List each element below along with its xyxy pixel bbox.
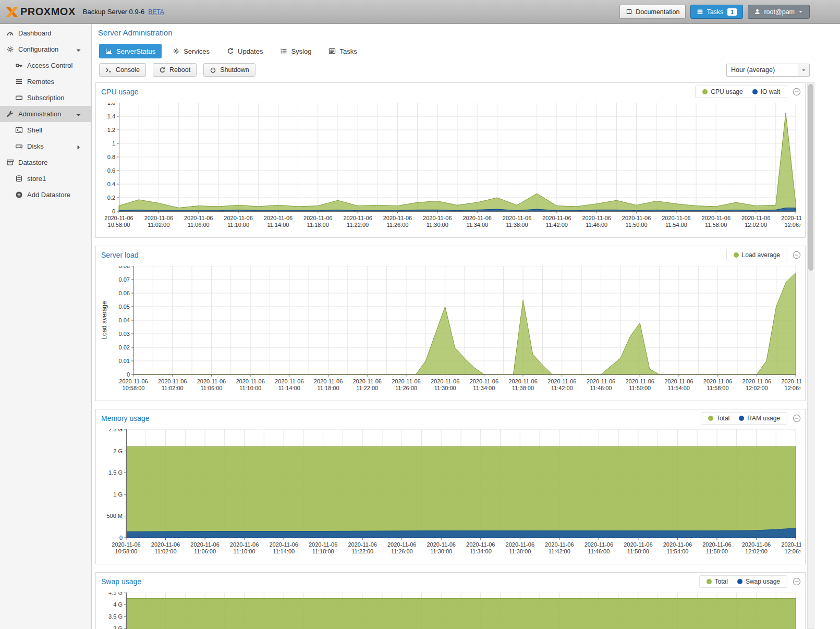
panel-collapse-button[interactable] [793,577,801,586]
key-icon [15,62,23,69]
panel-cpu-usage: CPU usageCPU usageIO wait00.20.40.60.811… [95,82,806,238]
tab-syslog[interactable]: Syslog [274,44,318,58]
tab-label: Tasks [339,47,357,55]
sidebar-item-label: Disks [27,142,44,150]
sidebar-item-access-control[interactable]: Access Control [0,57,91,74]
documentation-button[interactable]: Documentation [619,5,686,19]
svg-text:11:34:00: 11:34:00 [466,222,488,228]
svg-text:1.4: 1.4 [107,113,115,119]
tab-tasks[interactable]: Tasks [322,44,363,58]
svg-text:11:58:00: 11:58:00 [707,385,729,391]
svg-text:0: 0 [119,535,123,541]
refresh-icon [159,67,166,74]
svg-text:0.05: 0.05 [119,304,130,310]
svg-text:11:22:00: 11:22:00 [356,385,378,391]
tasks-label: Tasks [707,8,723,16]
svg-text:2020-11-06: 2020-11-06 [431,378,459,384]
svg-text:1.6: 1.6 [107,103,115,106]
vertical-scrollbar[interactable] [807,82,814,629]
sidebar-item-configuration[interactable]: Configuration [0,41,91,57]
sidebar-item-remotes[interactable]: Remotes [0,74,91,90]
tasks-list-icon [697,8,703,15]
swap-usage-chart-area: 0500 M1 G1.5 G2 G2.5 G3 G3.5 G4 G4.5 G20… [100,592,801,629]
svg-text:2020-11-06: 2020-11-06 [503,215,531,221]
svg-text:11:54:00: 11:54:00 [665,222,687,228]
legend-item-cpu-usage[interactable]: CPU usage [702,88,742,95]
sidebar-item-disks[interactable]: Disks [0,138,91,154]
panel-collapse-button[interactable] [793,251,801,259]
svg-text:2020-11-06: 2020-11-06 [582,215,611,221]
svg-text:2020-11-06: 2020-11-06 [702,215,731,221]
sidebar-item-administration[interactable]: Administration [0,106,91,122]
reboot-button[interactable]: Reboot [153,63,197,77]
svg-text:2020-11-06: 2020-11-06 [547,378,576,384]
caret-down-icon[interactable] [798,64,809,76]
legend-item-total[interactable]: Total [707,578,728,585]
svg-text:11:18:00: 11:18:00 [318,385,339,391]
chart-area-icon [105,47,113,55]
svg-text:2020-11-06: 2020-11-06 [303,215,332,221]
svg-text:2020-11-06: 2020-11-06 [392,378,420,384]
brand-text: PROXMOX [20,6,76,18]
svg-text:2020-11-06: 2020-11-06 [742,378,771,384]
legend-item-load-average[interactable]: Load average [734,251,780,259]
svg-text:11:42:00: 11:42:00 [549,548,570,554]
user-menu-button[interactable]: root@pam [748,5,810,19]
scrollbar-thumb[interactable] [808,84,813,271]
gears-icon [6,45,14,53]
svg-text:2020-11-06: 2020-11-06 [269,541,298,548]
legend-item-ram-usage[interactable]: RAM usage [739,415,780,422]
user-icon [754,8,761,15]
legend-item-io-wait[interactable]: IO wait [752,88,780,95]
svg-text:2020-11-06: 2020-11-06 [664,378,693,384]
interval-select[interactable]: Hour (average) [726,64,810,77]
svg-text:11:54:00: 11:54:00 [666,548,688,554]
sidebar-item-dashboard[interactable]: Dashboard [0,25,91,41]
svg-text:2 G: 2 G [113,448,123,454]
legend-dot-icon [707,579,712,584]
svg-text:11:10:00: 11:10:00 [227,222,249,228]
svg-text:0.07: 0.07 [119,276,130,283]
sidebar-item-label: Configuration [18,45,58,53]
panel-title: CPU usage [101,88,139,96]
svg-text:12:06:00: 12:06:00 [785,222,801,228]
server-load-chart: 00.010.020.030.040.050.060.070.082020-11… [100,266,801,397]
sidebar-item-shell[interactable]: Shell [0,122,91,138]
tab-server-status[interactable]: ServerStatus [99,44,162,58]
sidebar-item-subscription[interactable]: Subscription [0,90,91,106]
list-icon [280,47,287,55]
panel-collapse-button[interactable] [793,414,801,422]
console-button-label: Console [116,66,140,74]
documentation-label: Documentation [636,8,679,16]
sidebar-item-add-datastore[interactable]: Add Datastore [0,187,91,203]
svg-text:11:42:00: 11:42:00 [551,385,573,391]
svg-text:11:02:00: 11:02:00 [162,385,184,391]
svg-text:2020-11-06: 2020-11-06 [314,378,343,384]
legend-item-total[interactable]: Total [708,415,729,422]
svg-text:2.5 G: 2.5 G [108,429,123,432]
svg-text:0.2: 0.2 [107,195,115,201]
svg-text:0.06: 0.06 [119,290,130,296]
svg-text:12:02:00: 12:02:00 [745,548,768,554]
legend-dot-icon [734,252,739,258]
sidebar-item-store1[interactable]: store1 [0,171,91,187]
panel-collapse-button[interactable] [793,88,801,96]
svg-text:11:30:00: 11:30:00 [427,222,448,228]
svg-text:2020-11-06: 2020-11-06 [585,541,613,548]
tab-updates[interactable]: Updates [221,44,269,58]
tab-services[interactable]: Services [166,44,216,58]
svg-text:Load average: Load average [101,301,108,340]
sidebar-item-datastore[interactable]: Datastore [0,154,91,171]
chart-legend: Load average [726,249,787,261]
svg-text:2020-11-06: 2020-11-06 [144,215,173,221]
svg-text:2020-11-06: 2020-11-06 [742,541,771,548]
tasks-button[interactable]: Tasks 1 [690,5,743,19]
console-button[interactable]: Console [99,63,146,77]
shutdown-button[interactable]: Shutdown [203,63,255,77]
legend-item-swap-usage[interactable]: Swap usage [737,578,780,585]
swap-usage-chart: 0500 M1 G1.5 G2 G2.5 G3 G3.5 G4 G4.5 G20… [100,592,801,629]
svg-text:2020-11-06: 2020-11-06 [197,378,226,384]
beta-link[interactable]: BETA [148,8,164,16]
sidebar-item-label: Subscription [27,94,65,102]
svg-text:0.08: 0.08 [119,266,130,269]
